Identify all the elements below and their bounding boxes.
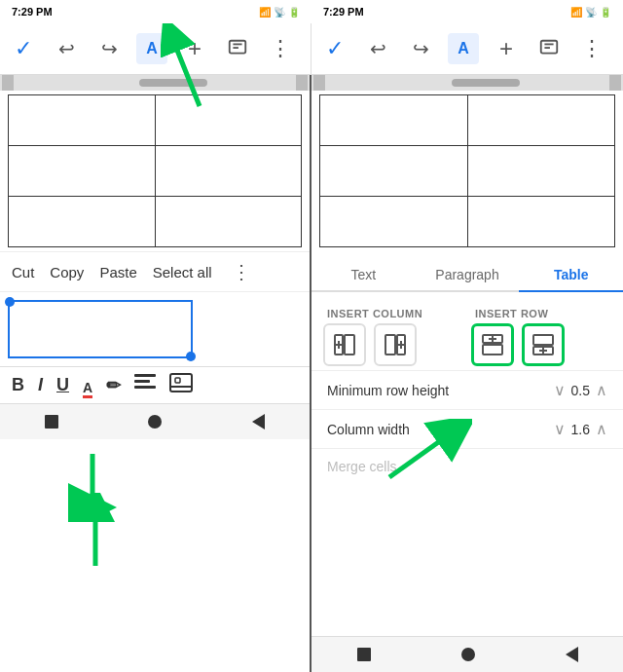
table-cell[interactable]: [467, 146, 615, 197]
table-cell[interactable]: [155, 197, 302, 247]
svg-rect-3: [541, 41, 558, 54]
text-format-button[interactable]: A: [136, 33, 167, 64]
insert-column-buttons: [319, 323, 467, 366]
right-check-button[interactable]: ✓: [319, 33, 350, 64]
right-scroll-thumb[interactable]: [452, 79, 520, 87]
right-scroll-bar[interactable]: [312, 75, 623, 91]
context-menu: Cut Copy Paste Select all ⋮: [0, 251, 310, 292]
italic-button[interactable]: I: [38, 375, 43, 395]
table-row: [320, 95, 615, 146]
copy-button[interactable]: Copy: [50, 264, 84, 280]
selected-cell[interactable]: [8, 300, 193, 358]
bold-button[interactable]: B: [12, 375, 24, 395]
align-button[interactable]: [134, 374, 156, 396]
tab-paragraph[interactable]: Paragraph: [416, 259, 520, 292]
left-nav-bar: [0, 403, 310, 439]
tab-table[interactable]: Table: [519, 259, 623, 292]
svg-rect-0: [230, 41, 246, 54]
right-nav-circle-button[interactable]: [461, 648, 475, 661]
right-more-button[interactable]: ⋮: [576, 33, 607, 64]
table-cell[interactable]: [155, 95, 302, 146]
battery-icon: 🔋: [288, 7, 300, 18]
select-all-button[interactable]: Select all: [153, 264, 212, 280]
column-width-chevron-up[interactable]: ∧: [596, 420, 607, 438]
min-row-height-chevron-down[interactable]: ∨: [554, 381, 566, 399]
redo-button[interactable]: ↪: [93, 33, 125, 64]
table-row: [320, 197, 615, 247]
table-cell[interactable]: [467, 197, 615, 247]
column-width-chevron-down[interactable]: ∨: [554, 420, 566, 438]
right-doc-table: [319, 94, 615, 247]
tab-text[interactable]: Text: [312, 259, 416, 292]
svg-rect-11: [134, 380, 150, 383]
paste-button[interactable]: Paste: [99, 264, 136, 280]
table-row: [9, 197, 302, 247]
column-width-row: Column width ∨ 1.6 ∧: [312, 409, 623, 448]
undo-button[interactable]: ↩: [51, 33, 82, 64]
left-toolbar: ✓ ↩ ↪ A + ⋮: [0, 23, 312, 74]
nav-square-button[interactable]: [45, 415, 58, 429]
right-status-bar: 7:29 PM 📶 📡 🔋: [312, 0, 623, 23]
right-panel: Text Paragraph Table INSERT COLUMN: [312, 75, 623, 672]
cut-button[interactable]: Cut: [12, 264, 34, 280]
right-battery-icon: 🔋: [600, 7, 611, 18]
insert-row-label: INSERT ROW: [467, 304, 615, 323]
table-row: [9, 95, 302, 146]
insert-column-after-button[interactable]: [374, 323, 417, 366]
check-button[interactable]: ✓: [8, 33, 39, 64]
underline-button[interactable]: U: [56, 375, 69, 395]
context-more-button[interactable]: ⋮: [232, 260, 251, 283]
nav-circle-button[interactable]: [148, 415, 162, 429]
min-row-height-controls: ∨ 0.5 ∧: [554, 381, 607, 399]
right-undo-button[interactable]: ↩: [362, 33, 393, 64]
right-signal-icon: 📶: [570, 7, 582, 18]
right-nav-square-button[interactable]: [357, 648, 371, 661]
left-table-wrapper: [0, 91, 310, 251]
left-scroll-right[interactable]: [296, 75, 308, 91]
right-nav-bar: [312, 636, 623, 672]
signal-icon: 📶: [259, 7, 271, 18]
insert-column-section: INSERT COLUMN: [319, 304, 467, 366]
highlight-button[interactable]: ✏: [106, 375, 121, 396]
insert-row-after-button[interactable]: [522, 323, 565, 366]
table-cell[interactable]: [9, 197, 156, 247]
left-status-bar: 7:29 PM 📶 📡 🔋: [0, 0, 312, 23]
left-panel: Cut Copy Paste Select all ⋮: [0, 75, 312, 672]
table-cell[interactable]: [320, 95, 468, 146]
table-cell[interactable]: [467, 95, 615, 146]
insert-image-button[interactable]: [169, 373, 193, 397]
svg-rect-12: [134, 386, 156, 389]
table-cell[interactable]: [9, 95, 156, 146]
more-button[interactable]: ⋮: [265, 33, 296, 64]
right-text-format-button[interactable]: A: [448, 33, 479, 64]
column-width-controls: ∨ 1.6 ∧: [554, 420, 607, 438]
insert-column-before-button[interactable]: [323, 323, 366, 366]
table-cell[interactable]: [9, 146, 156, 197]
table-cell[interactable]: [320, 146, 468, 197]
nav-back-button[interactable]: [252, 414, 265, 429]
insert-section: INSERT COLUMN: [312, 300, 623, 370]
selection-handle-topleft[interactable]: [5, 297, 15, 307]
left-scroll-left[interactable]: [2, 75, 14, 91]
right-scroll-right[interactable]: [609, 75, 621, 91]
left-scroll-thumb[interactable]: [139, 79, 207, 87]
insert-row-before-button[interactable]: [471, 323, 514, 366]
svg-rect-24: [483, 345, 502, 355]
add-button[interactable]: +: [179, 33, 210, 64]
left-scroll-bar[interactable]: [0, 75, 310, 91]
right-toolbar: ✓ ↩ ↪ A + ⋮: [312, 23, 623, 74]
font-color-button[interactable]: A: [83, 380, 92, 395]
right-nav-back-button[interactable]: [566, 647, 578, 662]
right-scroll-left[interactable]: [313, 75, 325, 91]
right-redo-button[interactable]: ↪: [405, 33, 436, 64]
svg-rect-16: [345, 335, 354, 355]
min-row-height-chevron-up[interactable]: ∧: [596, 381, 607, 399]
min-row-height-label: Minimum row height: [327, 383, 449, 398]
right-add-button[interactable]: +: [491, 33, 522, 64]
comment-button[interactable]: [222, 33, 253, 64]
svg-rect-28: [533, 335, 553, 345]
table-cell[interactable]: [320, 197, 468, 247]
right-comment-button[interactable]: [533, 33, 565, 64]
selection-handle-bottomright[interactable]: [186, 352, 196, 361]
table-cell[interactable]: [155, 146, 302, 197]
